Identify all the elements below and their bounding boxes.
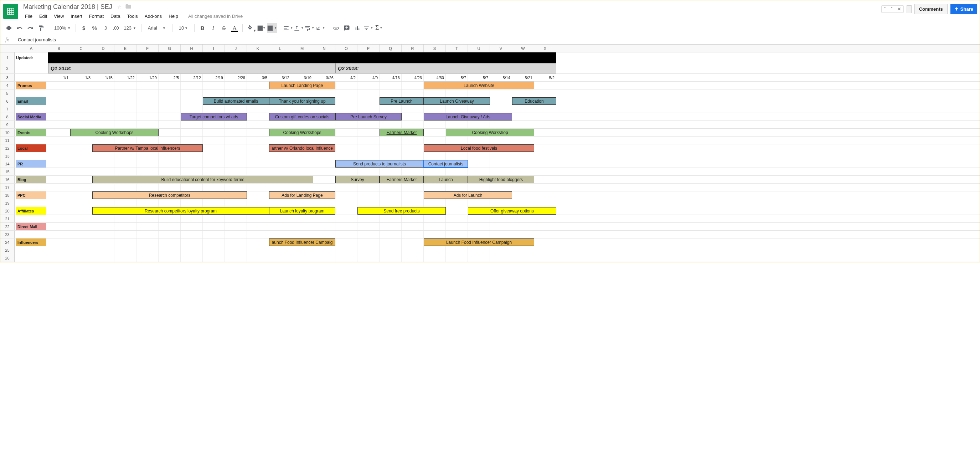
redo-icon[interactable]: [25, 23, 35, 33]
col-header-Q[interactable]: Q: [380, 45, 402, 52]
row-header-12[interactable]: 12: [0, 144, 14, 152]
col-header-N[interactable]: N: [313, 45, 335, 52]
functions-icon[interactable]: Σ▼: [374, 23, 384, 33]
col-header-A[interactable]: A: [14, 45, 48, 52]
task-locallight-1[interactable]: artner w/ Orlando local influence: [269, 144, 335, 152]
col-header-C[interactable]: C: [70, 45, 92, 52]
cell-A20[interactable]: Affiliates: [14, 207, 48, 215]
task-events-1[interactable]: Cooking Workshops: [269, 129, 335, 136]
filter-icon[interactable]: ▼: [363, 23, 373, 33]
task-inf-0[interactable]: aunch Food Influencer Campaig: [269, 239, 335, 246]
row-header-3[interactable]: 3: [0, 74, 14, 81]
task-email-1[interactable]: Thank you for signing up: [269, 97, 335, 105]
window-chevrons[interactable]: ˄˅✕: [881, 5, 904, 13]
row-strip-5[interactable]: [48, 89, 556, 97]
task-email-0[interactable]: Build automated emails: [203, 97, 269, 105]
task-pr-1[interactable]: Contact journalists: [424, 160, 468, 167]
cell-A9[interactable]: [14, 121, 48, 128]
col-header-L[interactable]: L: [269, 45, 291, 52]
col-header-X[interactable]: X: [534, 45, 556, 52]
row-strip-2[interactable]: Q1 2018:Q2 2018:: [48, 63, 556, 73]
zoom-select[interactable]: 100%▼: [52, 25, 73, 31]
halign-icon[interactable]: ▼: [283, 23, 293, 33]
col-header-H[interactable]: H: [181, 45, 203, 52]
row-strip-10[interactable]: Cooking WorkshopsCooking WorkshopsFarmer…: [48, 129, 556, 136]
task-promos-0[interactable]: Launch Landing Page: [269, 82, 335, 89]
more-formats[interactable]: 123▼: [121, 25, 138, 31]
row-header-20[interactable]: 20: [0, 207, 14, 215]
row-header-14[interactable]: 14: [0, 160, 14, 167]
task-events-3[interactable]: Cooking Workshop: [446, 129, 534, 136]
row-strip-24[interactable]: aunch Food Influencer CampaigLaunch Food…: [48, 239, 556, 246]
undo-icon[interactable]: [14, 23, 25, 33]
menu-help[interactable]: Help: [165, 12, 181, 20]
row-strip-19[interactable]: [48, 199, 556, 207]
cell-A7[interactable]: [14, 105, 48, 113]
task-email-4[interactable]: Education: [512, 97, 556, 105]
cell-A16[interactable]: Blog: [14, 176, 48, 183]
close-icon[interactable]: ✕: [895, 6, 904, 13]
cell-A21[interactable]: [14, 215, 48, 223]
comments-button[interactable]: Comments: [915, 4, 948, 14]
row-strip-9[interactable]: [48, 121, 556, 128]
fill-color-icon[interactable]: ▼: [245, 23, 256, 33]
format-currency-icon[interactable]: $: [79, 23, 89, 33]
cell-A2[interactable]: [14, 63, 48, 73]
task-promos-1[interactable]: Launch Website: [424, 82, 534, 89]
col-header-S[interactable]: S: [424, 45, 446, 52]
row-header-5[interactable]: 5: [0, 89, 14, 97]
task-blog-2[interactable]: Farmers Market: [380, 176, 424, 183]
task-aff-0[interactable]: Research competitors loyalty program: [92, 207, 269, 215]
chevron-down-icon[interactable]: ˅: [888, 6, 895, 13]
star-icon[interactable]: ☆: [117, 4, 121, 10]
row-strip-12[interactable]: Partner w/ Tampa local influencersartner…: [48, 144, 556, 152]
row-strip-11[interactable]: [48, 137, 556, 144]
row-header-26[interactable]: 26: [0, 254, 14, 262]
task-aff-1[interactable]: Launch loyalty program: [269, 207, 335, 215]
row-header-11[interactable]: 11: [0, 137, 14, 144]
task-blog-1[interactable]: Survey: [335, 176, 380, 183]
cell-A5[interactable]: [14, 89, 48, 97]
row-header-2[interactable]: 2: [0, 63, 14, 73]
menu-tools[interactable]: Tools: [124, 12, 141, 20]
print-icon[interactable]: [4, 23, 14, 33]
cell-A24[interactable]: Influencers: [14, 239, 48, 246]
col-header-B[interactable]: B: [48, 45, 70, 52]
row-strip-15[interactable]: [48, 168, 556, 175]
cell-A18[interactable]: PPC: [14, 191, 48, 199]
menu-insert[interactable]: Insert: [67, 12, 86, 20]
cell-A6[interactable]: Email: [14, 97, 48, 105]
task-locallight-0[interactable]: Partner w/ Tampa local influencers: [92, 144, 203, 152]
task-events-0[interactable]: Cooking Workshops: [70, 129, 159, 136]
row-strip-20[interactable]: Research competitors loyalty programLaun…: [48, 207, 556, 215]
row-strip-18[interactable]: Research competitorsAds for Landing Page…: [48, 191, 556, 199]
row-header-17[interactable]: 17: [0, 184, 14, 191]
borders-icon[interactable]: ▼: [256, 23, 266, 33]
row-header-4[interactable]: 4: [0, 82, 14, 89]
cell-A17[interactable]: [14, 184, 48, 191]
cell-A11[interactable]: [14, 137, 48, 144]
row-header-8[interactable]: 8: [0, 113, 14, 121]
cell-A8[interactable]: Social Media: [14, 113, 48, 121]
row-strip-6[interactable]: Build automated emailsThank you for sign…: [48, 97, 556, 105]
chevron-up-icon[interactable]: ˄: [881, 6, 888, 13]
cell-A14[interactable]: PR: [14, 160, 48, 167]
account-chip[interactable]: [907, 5, 912, 13]
col-header-J[interactable]: J: [225, 45, 247, 52]
text-color-icon[interactable]: A: [229, 23, 239, 33]
task-aff-2[interactable]: Send free products: [358, 207, 446, 215]
cell-A12[interactable]: Local: [14, 144, 48, 152]
row-header-1[interactable]: 1: [0, 53, 14, 63]
paint-format-icon[interactable]: [36, 23, 46, 33]
sheets-logo[interactable]: [3, 4, 18, 19]
row-strip-17[interactable]: [48, 184, 556, 191]
wrap-icon[interactable]: ▼: [304, 23, 314, 33]
menu-file[interactable]: File: [22, 12, 36, 20]
row-strip-22[interactable]: [48, 223, 556, 230]
col-header-R[interactable]: R: [402, 45, 424, 52]
task-ppc-2[interactable]: Ads for Launch: [424, 191, 512, 199]
row-header-15[interactable]: 15: [0, 168, 14, 175]
cell-A22[interactable]: Direct Mail: [14, 223, 48, 230]
row-header-7[interactable]: 7: [0, 105, 14, 113]
col-header-G[interactable]: G: [159, 45, 181, 52]
